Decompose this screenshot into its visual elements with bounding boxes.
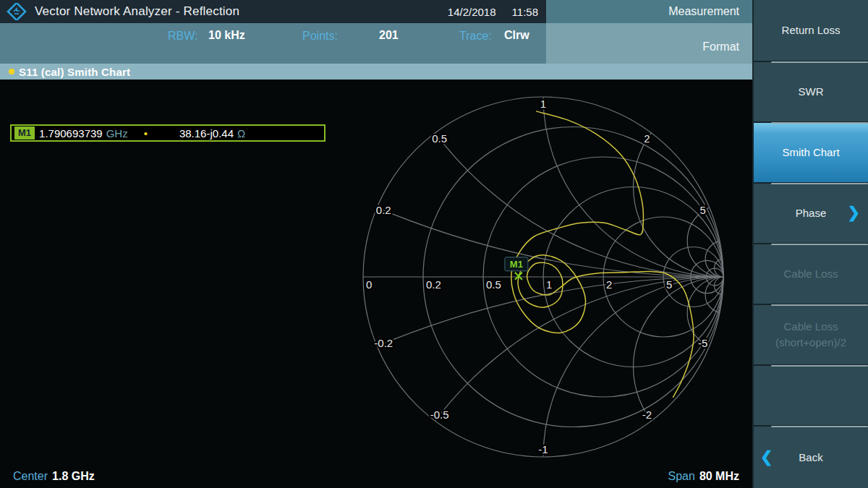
trace-value[interactable]: Clrw <box>504 29 529 42</box>
trace-label: Trace: <box>459 30 492 43</box>
svg-text:-0.5: -0.5 <box>430 408 449 421</box>
vna-application: Vector Network Analyzer - Reflection 14/… <box>0 0 868 488</box>
points-value[interactable]: 201 <box>379 29 399 42</box>
svg-text:2: 2 <box>644 132 650 145</box>
title-bar: Vector Network Analyzer - Reflection 14/… <box>0 0 752 23</box>
softkey-phase[interactable]: Phase ❯ <box>754 182 868 243</box>
softkey-return-loss[interactable]: Return Loss <box>754 0 868 61</box>
span-label: Span <box>668 470 695 482</box>
svg-text:-2: -2 <box>642 408 652 421</box>
svg-text:-1: -1 <box>538 443 548 455</box>
marker-impedance-value: 38.16-j0.44 <box>179 127 234 140</box>
rohde-schwarz-logo-icon <box>6 3 27 20</box>
svg-text:0.5: 0.5 <box>486 278 501 291</box>
center-value: 1.8 GHz <box>52 470 95 482</box>
main-panel: Vector Network Analyzer - Reflection 14/… <box>0 0 752 488</box>
softkey-cable-loss: Cable Loss <box>754 243 868 304</box>
s11-trace <box>511 111 694 398</box>
trace-color-bullet-icon <box>9 69 14 74</box>
rbw-value[interactable]: 10 kHz <box>208 29 245 42</box>
softkey-label: Cable Loss <box>783 266 838 282</box>
menu-subheader-label: Format <box>702 40 739 53</box>
marker-trace-dot-icon: • <box>144 127 148 140</box>
softkey-empty <box>754 364 868 425</box>
softkey-label: Cable Loss (short+open)/2 <box>764 319 858 351</box>
time-display: 11:58 <box>512 6 538 18</box>
marker-readout-box[interactable]: M1 1.790693739 GHz • 38.16-j0.44 Ω <box>10 124 326 142</box>
softkey-cable-loss-short-open: Cable Loss (short+open)/2 <box>754 304 868 364</box>
softkey-swr[interactable]: SWR <box>754 61 868 121</box>
softkey-label: Return Loss <box>782 22 841 38</box>
svg-text:-5: -5 <box>698 337 707 349</box>
span-value: 80 MHz <box>699 470 739 482</box>
svg-text:0.2: 0.2 <box>426 278 441 291</box>
svg-text:1: 1 <box>540 98 546 110</box>
span-frequency-readout[interactable]: Span80 MHz <box>668 470 740 483</box>
svg-text:2: 2 <box>606 278 612 291</box>
window-title: Vector Network Analyzer - Reflection <box>35 4 239 19</box>
center-label: Center <box>13 470 48 482</box>
title-bar-left: Vector Network Analyzer - Reflection 14/… <box>0 0 546 23</box>
chevron-right-icon: ❯ <box>847 202 860 223</box>
smith-chart-area: 00.20.51250.2-0.20.5-0.51-12-25-5M1 M1 1… <box>0 80 752 488</box>
softkey-smith-chart[interactable]: Smith Chart <box>754 121 868 182</box>
softkey-menu: Return Loss SWR Smith Chart Phase ❯ Cabl… <box>752 0 868 488</box>
softkey-label: Back <box>799 450 822 466</box>
marker-frequency-unit: GHz <box>106 127 128 140</box>
chevron-left-icon: ❮ <box>760 445 773 467</box>
marker-m1[interactable]: M1 <box>505 257 528 280</box>
points-label: Points: <box>302 30 338 43</box>
svg-text:1: 1 <box>546 278 552 291</box>
center-frequency-readout[interactable]: Center1.8 GHz <box>13 470 95 483</box>
softkey-back[interactable]: ❮ Back <box>754 425 868 488</box>
marker-id-badge: M1 <box>14 127 35 140</box>
softkey-label: Smith Chart <box>782 145 839 160</box>
menu-header-label: Measurement <box>668 5 739 18</box>
marker-frequency-value: 1.790693739 <box>39 127 103 140</box>
svg-text:0.2: 0.2 <box>376 204 391 216</box>
rbw-label: RBW: <box>168 30 197 43</box>
svg-text:5: 5 <box>666 278 672 291</box>
svg-text:M1: M1 <box>510 259 523 270</box>
softkey-label: SWR <box>799 84 824 100</box>
trace-status-bar: S11 (cal) Smith Chart <box>0 64 752 80</box>
date-display: 14/2/2018 <box>448 6 496 18</box>
settings-bar-left: RBW: 10 kHz Points: 201 Trace: Clrw <box>0 23 546 64</box>
softkey-label: Phase <box>796 205 827 221</box>
trace-status-text: S11 (cal) Smith Chart <box>19 66 130 78</box>
svg-text:0.5: 0.5 <box>432 132 447 145</box>
svg-text:-0.2: -0.2 <box>374 337 393 349</box>
svg-text:0: 0 <box>366 278 372 291</box>
menu-header-bar: Measurement <box>546 0 752 23</box>
menu-subheader-bar: Format <box>546 23 752 64</box>
svg-text:5: 5 <box>700 204 706 216</box>
marker-impedance-unit: Ω <box>237 127 245 140</box>
settings-bar: RBW: 10 kHz Points: 201 Trace: Clrw Form… <box>0 23 752 64</box>
